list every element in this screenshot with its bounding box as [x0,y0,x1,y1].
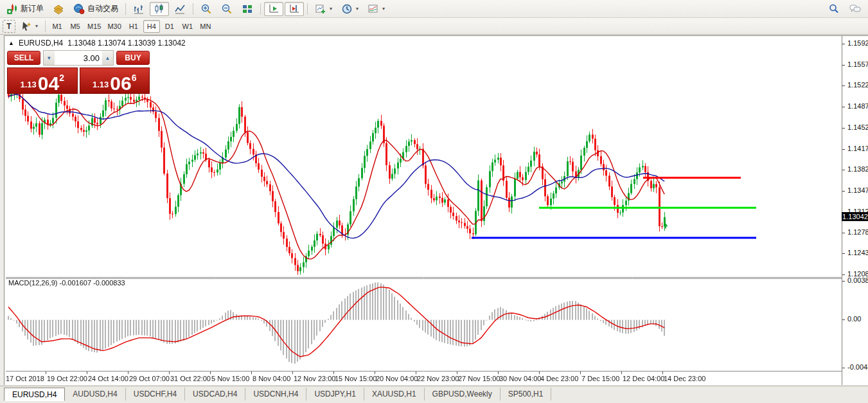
date-axis-label: 17 Oct 2018 [6,375,44,382]
date-axis-label: 15 Nov 15:00 [335,375,376,382]
tab-usdchf[interactable]: USDCHF,H4 [126,388,185,400]
candlestick-chart-icon [154,3,165,15]
date-axis-label: 12 Nov 23:00 [294,375,335,382]
date-axis-label: 24 Oct 14:00 [88,375,128,382]
price-axis-label: 1.14870 [842,102,868,110]
text-tool-label: T [6,22,11,31]
sell-price-big: 04 [38,75,59,92]
periods-clock-icon [341,3,353,15]
chart-shift-icon [288,3,300,15]
buy-button[interactable]: BUY [116,51,150,65]
price-axis-label: 1.12780 [842,228,868,236]
tab-eurusd[interactable]: EURUSD,H4 [4,388,65,401]
date-axis-label: 5 Nov 15:00 [211,375,249,382]
dropdown-caret: ▾ [356,6,359,12]
chart-title: ▲ EURUSD,H4 1.13048 1.13074 1.13039 1.13… [8,39,186,48]
date-axis-label: 12 Dec 04:00 [623,375,664,382]
tab-usdcnh[interactable]: USDCNH,H4 [245,388,306,400]
autotrading-label: 自动交易 [87,3,118,14]
tab-xauusd[interactable]: XAUUSD,H1 [364,388,425,400]
volume-input[interactable] [55,51,102,65]
one-click-trading-panel: SELL ▼ ▲ BUY 1.13 04 2 1.13 06 6 [7,50,150,94]
auto-scroll-button[interactable] [264,2,283,16]
line-chart-icon [174,3,186,15]
timeframe-w1-button[interactable]: W1 [179,20,196,33]
bar-chart-button[interactable] [129,2,148,16]
price-axis-label: 1.14170 [842,145,868,152]
buy-price-prefix: 1.13 [93,80,109,89]
zoom-out-button[interactable] [217,2,236,16]
date-axis-label: 4 Dec 23:00 [540,375,578,382]
buy-price-pip: 6 [132,73,137,83]
price-axis-label: 1.13470 [842,186,868,194]
new-order-button[interactable]: 新订单 [3,2,48,16]
periods-button[interactable]: ▾ [337,2,362,16]
tile-windows-button[interactable] [238,2,257,16]
price-axis-label: 1.15570 [842,60,868,68]
date-axis-label: 14 Dec 23:00 [664,375,705,382]
zoom-out-icon [221,3,233,15]
timeframe-h4-button[interactable]: H4 [143,20,160,33]
date-axis-label: 29 Oct 07:00 [129,375,170,382]
chart-shift-button[interactable] [285,2,304,16]
profiles-button[interactable] [49,2,68,16]
macd-axis-label: 0.00 [842,315,861,323]
macd-axis-label: -0.004856 [842,363,868,371]
timeframe-h1-button[interactable]: H1 [125,20,142,33]
indicators-icon [315,3,326,15]
line-chart-button[interactable] [170,2,190,16]
symbol-tabbar: EURUSD,H4 AUDUSD,H4 USDCHF,H4 USDCAD,H4 … [0,386,868,403]
date-axis-label: 22 Nov 23:00 [417,375,459,382]
timeframe-mn-button[interactable]: MN [197,20,214,33]
price-axis-label: 1.15220 [842,81,868,89]
timeframe-d1-button[interactable]: D1 [161,20,178,33]
text-tool-button[interactable]: T [3,20,15,33]
date-axis-label: 8 Nov 04:00 [252,375,290,382]
dropdown-caret: ▾ [330,6,332,12]
timeframe-m5-button[interactable]: M5 [67,20,84,33]
buy-price-tile[interactable]: 1.13 06 6 [80,67,150,94]
price-axis-label: 1.14520 [842,123,868,131]
zoom-in-button[interactable] [197,2,216,16]
cursor-tool-button[interactable]: ▾ [17,19,42,33]
price-axis-label: 1.12430 [842,249,868,256]
tab-usdcad[interactable]: USDCAD,H4 [185,388,245,400]
new-order-label: 新订单 [21,3,44,14]
indicators-button[interactable]: ▾ [311,2,336,16]
candlestick-chart-button[interactable] [150,2,169,16]
zoom-in-icon [200,3,212,15]
bar-chart-icon [133,3,145,15]
chart-symbol-label: EURUSD,H4 [19,39,63,48]
sell-price-prefix: 1.13 [21,80,37,89]
collapse-marker-icon[interactable]: ▲ [8,40,14,46]
tab-audusd[interactable]: AUDUSD,H4 [65,388,125,400]
chart-window: ▲ EURUSD,H4 1.13048 1.13074 1.13039 1.13… [4,35,868,385]
crosshair-cursor-icon [21,21,32,32]
tab-sp500[interactable]: SP500,H1 [500,388,552,400]
timeframe-m1-button[interactable]: M1 [49,20,66,33]
sell-price-tile[interactable]: 1.13 04 2 [7,67,78,94]
macd-axis-label: 0.003847 [842,276,868,284]
price-axis: 1.159201.155701.152201.148701.145201.141… [842,36,868,385]
sell-button[interactable]: SELL [7,51,40,65]
volume-spinner: ▼ ▲ [43,50,114,66]
search-button[interactable] [824,2,844,16]
tab-gbpusd[interactable]: GBPUSD,Weekly [425,388,500,400]
volume-increase-button[interactable]: ▲ [102,51,113,65]
toolbar-separator [125,3,126,15]
timeframe-m15-button[interactable]: M15 [85,20,103,33]
tab-usdjpy[interactable]: USDJPY,H1 [306,388,364,400]
dropdown-caret: ▾ [35,23,38,29]
toolbar-separator [307,3,308,15]
autotrading-button[interactable]: 自动交易 [69,2,122,16]
volume-decrease-button[interactable]: ▼ [44,51,55,65]
price-axis-label: 1.15920 [842,39,868,47]
chart-ohlc-values: 1.13048 1.13074 1.13039 1.13042 [67,39,186,48]
toolbar-standard: 新订单 自动交易 [0,0,868,18]
macd-label: MACD(12,26,9) -0.001607 -0.000833 [8,279,125,287]
timeframe-m30-button[interactable]: M30 [105,20,123,33]
chat-button[interactable] [845,2,865,16]
templates-button[interactable]: ▾ [364,2,389,16]
date-axis-label: 31 Oct 22:00 [170,375,211,382]
date-axis: 17 Oct 201819 Oct 22:0024 Oct 14:0029 Oc… [6,372,842,385]
